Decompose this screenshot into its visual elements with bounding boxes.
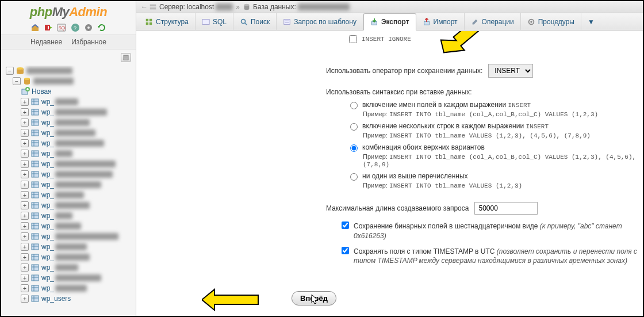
server-icon: [149, 3, 157, 11]
table-link[interactable]: wp_: [41, 98, 54, 106]
table-link[interactable]: wp_: [41, 139, 54, 147]
sql-icon[interactable]: SQL: [57, 23, 66, 32]
table-link[interactable]: wp_: [41, 119, 54, 127]
expand-toggle[interactable]: +: [21, 274, 29, 282]
home-icon[interactable]: [30, 23, 40, 32]
table-link[interactable]: wp_: [41, 129, 54, 137]
expand-toggle[interactable]: +: [21, 98, 29, 106]
svg-rect-22: [32, 203, 39, 208]
table-link[interactable]: wp_: [41, 170, 54, 178]
table-link[interactable]: wp_: [41, 232, 54, 240]
svg-rect-17: [32, 151, 39, 156]
utc-checkbox[interactable]: [342, 247, 349, 254]
expand-toggle[interactable]: +: [21, 212, 29, 220]
svg-rect-18: [32, 161, 39, 167]
table-link[interactable]: wp_: [41, 160, 54, 168]
tab-sql[interactable]: SQL: [195, 13, 233, 30]
svg-rect-0: [45, 25, 50, 30]
tab-structure[interactable]: Структура: [139, 13, 195, 30]
expand-toggle[interactable]: +: [21, 150, 29, 158]
tab-import[interactable]: Импорт: [416, 13, 465, 30]
tab-routines[interactable]: Процедуры: [521, 13, 581, 30]
table-link[interactable]: wp_: [41, 212, 54, 220]
expand-toggle[interactable]: +: [21, 170, 29, 178]
expand-toggle[interactable]: +: [21, 232, 29, 240]
svg-point-45: [530, 21, 532, 23]
expand-toggle[interactable]: +: [21, 129, 29, 137]
expand-toggle[interactable]: −: [13, 77, 21, 85]
operator-select[interactable]: INSERT: [488, 64, 533, 78]
table-link[interactable]: wp_: [41, 263, 54, 272]
svg-rect-14: [32, 120, 39, 125]
expand-toggle[interactable]: +: [21, 160, 29, 168]
breadcrumb: ← Сервер: localhost » База данных:: [136, 1, 643, 13]
expand-toggle[interactable]: +: [21, 108, 29, 116]
table-link[interactable]: wp_: [41, 243, 54, 251]
svg-rect-21: [32, 192, 39, 198]
table-link[interactable]: wp_users: [41, 295, 71, 303]
new-icon[interactable]: [21, 87, 30, 96]
tab-query[interactable]: Запрос по шаблону: [277, 13, 363, 30]
expand-toggle[interactable]: +: [21, 222, 29, 230]
svg-rect-30: [32, 285, 39, 291]
table-link[interactable]: wp_: [41, 108, 54, 116]
svg-rect-12: [32, 99, 39, 105]
expand-toggle[interactable]: +: [21, 263, 29, 272]
tab-export[interactable]: Экспорт: [363, 13, 416, 30]
expand-toggle[interactable]: +: [21, 295, 29, 303]
syntax-radio-2[interactable]: включение нескольких строк в каждом выра…: [350, 122, 643, 131]
bc-server-value[interactable]: localhost: [187, 3, 214, 11]
syntax-radio-1[interactable]: включение имен полей в каждом выражении …: [350, 101, 643, 109]
expand-toggle[interactable]: +: [21, 119, 29, 127]
docs-icon[interactable]: ?: [71, 23, 80, 32]
svg-rect-36: [150, 18, 152, 21]
svg-point-34: [244, 4, 250, 6]
new-table-link[interactable]: Новая: [32, 87, 52, 96]
tab-search[interactable]: Поиск: [233, 13, 277, 30]
svg-point-9: [24, 78, 30, 80]
table-icon: [30, 180, 40, 189]
svg-rect-15: [32, 130, 39, 136]
tab-recent[interactable]: Недавнее: [26, 36, 67, 48]
bc-server-label: Сервер:: [159, 3, 185, 11]
annotation-arrow-icon: [430, 31, 481, 60]
table-link[interactable]: wp_: [41, 222, 54, 230]
logout-icon[interactable]: [44, 23, 53, 32]
insert-ignore-checkbox[interactable]: [349, 35, 357, 43]
expand-toggle[interactable]: +: [21, 243, 29, 251]
hex-checkbox[interactable]: [342, 221, 349, 229]
svg-rect-27: [32, 254, 39, 260]
tab-more[interactable]: ▼: [581, 13, 601, 30]
nav-handle-icon[interactable]: ←: [141, 3, 147, 11]
table-link[interactable]: wp_: [41, 284, 54, 292]
maxlen-input[interactable]: [474, 202, 538, 215]
expand-toggle[interactable]: +: [21, 201, 29, 209]
svg-rect-41: [284, 19, 290, 24]
table-link[interactable]: wp_: [41, 253, 54, 261]
table-link[interactable]: wp_: [41, 150, 54, 158]
settings-icon[interactable]: [84, 23, 93, 32]
reload-icon[interactable]: [97, 23, 106, 32]
expand-toggle[interactable]: −: [6, 67, 14, 75]
expand-toggle[interactable]: +: [21, 181, 29, 189]
syntax-radio-3[interactable]: комбинация обоих верхних вариантов: [350, 143, 643, 152]
svg-rect-23: [32, 213, 39, 219]
logo[interactable]: phpMyAdmin: [1, 1, 136, 23]
syntax-radio-4[interactable]: ни один из выше перечисленных: [350, 172, 643, 181]
svg-point-6: [87, 26, 90, 29]
expand-toggle[interactable]: +: [21, 284, 29, 292]
tab-favorite[interactable]: Избранное: [67, 36, 111, 48]
table-link[interactable]: wp_: [41, 274, 54, 282]
tab-operations[interactable]: Операции: [465, 13, 521, 30]
table-link[interactable]: wp_: [41, 181, 54, 189]
table-link[interactable]: wp_: [41, 201, 54, 209]
db-icon: [243, 3, 251, 11]
svg-point-40: [241, 19, 246, 23]
expand-toggle[interactable]: +: [21, 253, 29, 261]
collapse-icon[interactable]: [121, 53, 131, 62]
main: ← Сервер: localhost » База данных: Струк…: [136, 1, 643, 316]
table-link[interactable]: wp_: [41, 191, 54, 199]
expand-toggle[interactable]: +: [21, 139, 29, 147]
expand-toggle[interactable]: +: [21, 191, 29, 199]
table-icon: [30, 128, 40, 138]
